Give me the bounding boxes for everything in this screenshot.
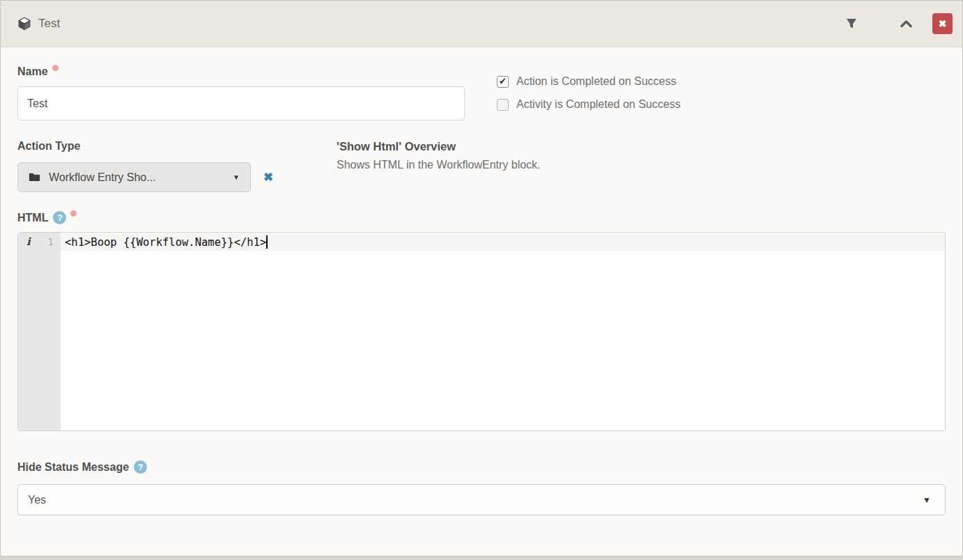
chevron-up-icon[interactable]: [900, 18, 912, 30]
checkbox-label: Activity is Completed on Success: [516, 98, 681, 111]
folder-icon: [29, 172, 40, 182]
overview-title: 'Show Html' Overview: [337, 140, 541, 153]
caret-down-icon: ▼: [233, 173, 240, 181]
required-dot: [70, 210, 77, 217]
panel-title-text: Test: [38, 17, 60, 31]
hide-status-value: Yes: [28, 494, 46, 506]
name-input[interactable]: [17, 86, 465, 120]
code-text: <h1>Boop {{Workflow.Name}}</h1>: [65, 236, 266, 249]
cube-icon: [17, 17, 31, 31]
overview-description: Shows HTML in the WorkflowEntry block.: [337, 159, 541, 171]
action-overview: 'Show Html' Overview Shows HTML in the W…: [337, 140, 541, 192]
action-completed-checkbox[interactable]: ✔: [497, 76, 509, 88]
help-icon[interactable]: ?: [53, 211, 66, 224]
hide-status-label: Hide Status Message: [17, 461, 129, 474]
editor-gutter: i 1: [18, 233, 61, 430]
clear-action-type-icon[interactable]: ✖: [263, 171, 273, 183]
line-number: 1: [48, 236, 54, 247]
html-label-row: HTML ?: [17, 211, 946, 224]
action-completed-checkbox-row[interactable]: ✔ Action is Completed on Success: [497, 75, 681, 88]
html-code-editor[interactable]: i 1 <h1>Boop {{Workflow.Name}}</h1>: [17, 232, 946, 431]
help-icon[interactable]: ?: [134, 460, 147, 474]
hide-status-select[interactable]: Yes ▼: [17, 484, 946, 515]
required-dot: [52, 65, 59, 71]
html-label: HTML: [17, 212, 48, 224]
panel-header: Test ✖: [1, 1, 962, 47]
activity-completed-checkbox[interactable]: ✔: [497, 99, 509, 111]
row-name-and-flags: Name ✔ Action is Completed on Success ✔ …: [17, 65, 946, 120]
panel-header-actions: ✖: [845, 13, 953, 34]
checkmark-icon: ✔: [499, 77, 507, 86]
name-field-group: Name: [17, 65, 465, 120]
action-type-label: Action Type: [17, 140, 337, 153]
filter-icon[interactable]: [845, 18, 857, 30]
completion-flags: ✔ Action is Completed on Success ✔ Activ…: [497, 65, 681, 120]
activity-completed-checkbox-row[interactable]: ✔ Activity is Completed on Success: [497, 98, 681, 111]
name-label: Name: [17, 65, 465, 78]
caret-down-icon: ▼: [923, 495, 931, 505]
info-icon: i: [26, 235, 31, 248]
close-icon: ✖: [939, 18, 947, 29]
action-type-field-group: Action Type Workflow Entry Sho... ▼ ✖: [17, 140, 337, 192]
menu-icon[interactable]: [873, 18, 884, 30]
panel-body: Name ✔ Action is Completed on Success ✔ …: [1, 47, 962, 556]
panel-title: Test: [17, 17, 60, 31]
action-type-value: Workflow Entry Sho...: [49, 171, 156, 184]
close-button[interactable]: ✖: [932, 13, 953, 34]
action-type-picker[interactable]: Workflow Entry Sho... ▼: [17, 162, 251, 192]
action-detail-panel: Test ✖ Name: [0, 0, 963, 557]
text-cursor: [266, 235, 268, 249]
checkbox-label: Action is Completed on Success: [516, 75, 676, 88]
code-line: <h1>Boop {{Workflow.Name}}</h1>: [61, 233, 945, 251]
row-action-type-and-overview: Action Type Workflow Entry Sho... ▼ ✖ 'S…: [17, 140, 946, 192]
hide-status-label-row: Hide Status Message ?: [17, 460, 946, 474]
editor-code-area[interactable]: <h1>Boop {{Workflow.Name}}</h1>: [61, 233, 945, 430]
